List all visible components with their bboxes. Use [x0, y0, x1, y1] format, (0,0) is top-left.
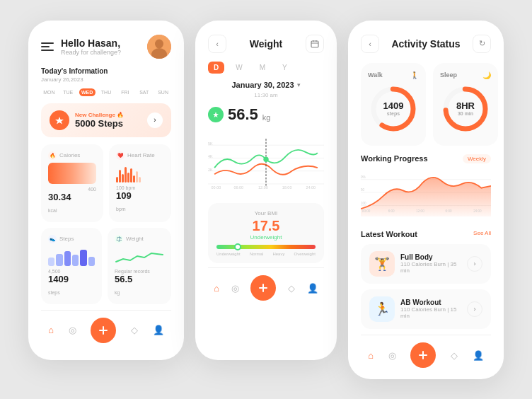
nav3-add-button[interactable]	[410, 342, 436, 368]
location-icon-2: ◇	[288, 283, 295, 294]
avatar[interactable]	[147, 35, 171, 59]
refresh-button[interactable]: ↻	[473, 35, 491, 53]
calories-max: 400	[48, 187, 96, 192]
workout-item-fullbody: 🏋️ Full Body 110 Calories Burn | 35 min …	[361, 244, 491, 284]
back-button[interactable]: ‹	[208, 35, 226, 53]
weight-icon: ⚖️	[115, 235, 123, 243]
back-button-3[interactable]: ‹	[361, 35, 379, 53]
svg-text:12:00: 12:00	[416, 209, 424, 212]
heartrate-note: 100 bpm	[116, 185, 164, 190]
activity-icon-2: ◎	[231, 283, 239, 294]
working-progress-section: Working Progress Weekly 00:00 6:00 12:00	[361, 154, 491, 221]
day-tue[interactable]: TUE	[60, 88, 76, 96]
steps-value: 1409	[48, 274, 95, 284]
tab-year[interactable]: Y	[277, 62, 293, 74]
steps-unit: steps	[48, 290, 60, 295]
day-fri[interactable]: FRI	[117, 88, 133, 96]
challenge-label: New Challenge 🔥	[75, 112, 124, 118]
ab-arrow[interactable]: ›	[467, 301, 482, 317]
card2-title: Weight	[250, 38, 282, 50]
nav2-add-button[interactable]	[250, 275, 276, 301]
heartrate-box: ❤️ Heart Rate 100 bpm 109 bpm	[109, 144, 171, 222]
ab-icon: 🏃	[369, 296, 395, 322]
nav-add-button[interactable]	[91, 318, 116, 343]
challenge-icon	[50, 110, 69, 130]
day-thu[interactable]: THU	[98, 88, 115, 96]
see-all-button[interactable]: See All	[473, 230, 491, 238]
latest-title: Latest Workout	[361, 230, 417, 238]
day-sat[interactable]: SAT	[136, 88, 152, 96]
card-weight: ‹ Weight D W M Y January 30, 2023 ▾ 11:3…	[195, 21, 337, 360]
heartrate-icon: ❤️	[116, 151, 125, 160]
bmi-box: Your BMI 17.5 Underweight Underweight No…	[208, 203, 324, 263]
nav2-activity[interactable]: ◎	[231, 282, 239, 294]
day-sun[interactable]: SUN	[155, 88, 171, 96]
metrics-row: Walk 🚶 1409 steps Sleep	[361, 63, 491, 146]
svg-text:18:00: 18:00	[282, 185, 292, 190]
challenge-arrow[interactable]: ›	[147, 112, 163, 128]
nav-profile[interactable]: 👤	[153, 325, 164, 335]
greeting-block: Hello Hasan, Ready for challenge?	[61, 37, 147, 56]
svg-text:06:00: 06:00	[233, 185, 243, 190]
nav2-home[interactable]: ⌂	[214, 282, 219, 294]
bottom-nav: ⌂ ◎ ◇ 👤	[41, 310, 171, 343]
nav3-profile[interactable]: 👤	[473, 349, 484, 362]
tab-month[interactable]: M	[254, 62, 271, 74]
walk-icon: 🚶	[410, 71, 419, 79]
tab-day[interactable]: D	[208, 62, 224, 74]
nav3-activity[interactable]: ◎	[388, 349, 396, 362]
svg-text:0%: 0%	[361, 175, 366, 178]
weight-number: 56.5	[228, 105, 258, 124]
weight-chart: 00:00 06:00 12:00 18:00 24:00 5K 4K 2K	[208, 129, 324, 193]
steps-chart	[48, 246, 95, 266]
nav2-location[interactable]: ◇	[288, 282, 295, 294]
period-tabs: D W M Y	[208, 62, 324, 74]
card2-header: ‹ Weight	[208, 35, 324, 53]
svg-text:6:00: 6:00	[388, 209, 395, 212]
tab-week[interactable]: W	[230, 62, 248, 74]
svg-text:00:00: 00:00	[212, 185, 221, 190]
sleep-icon: 🌙	[482, 71, 491, 79]
location-icon-3: ◇	[451, 350, 458, 361]
nav3-home[interactable]: ⌂	[368, 349, 374, 362]
calendar-button[interactable]	[306, 35, 324, 53]
svg-text:00:00: 00:00	[362, 209, 371, 212]
day-mon[interactable]: MON	[41, 88, 57, 96]
challenge-box: New Challenge 🔥 5000 Steps ›	[41, 103, 171, 137]
date-dropdown-icon: ▾	[297, 81, 301, 88]
bmi-overweight: Overweight	[294, 252, 316, 256]
day-wed[interactable]: WED	[79, 88, 96, 96]
location-icon: ◇	[131, 325, 138, 335]
heartrate-value: 109	[116, 190, 164, 201]
heartrate-title: ❤️ Heart Rate	[116, 151, 164, 160]
sleep-metric: Sleep 🌙 8HR 30 min	[433, 63, 498, 146]
svg-text:24:00: 24:00	[473, 209, 482, 212]
home-icon-3: ⌂	[368, 350, 374, 361]
fullbody-cals: 110 Calories Burn | 35 min	[400, 261, 461, 274]
nav-location[interactable]: ◇	[131, 325, 138, 335]
walk-value: 1409 steps	[383, 101, 404, 117]
nav3-location[interactable]: ◇	[451, 349, 458, 362]
nav-activity[interactable]: ◎	[69, 325, 76, 335]
calories-box: 🔥 Calories 400 30.34 kcal	[41, 144, 103, 222]
weight-box: ⚖️ Weight Regular records 56.5 kg	[108, 228, 171, 304]
profile-icon: 👤	[153, 325, 164, 335]
fullbody-name: Full Body	[400, 253, 461, 261]
stats-grid-2: 👟 Steps 4,500 1409 steps ⚖️ W	[41, 228, 171, 304]
calories-title: 🔥 Calories	[48, 151, 96, 160]
wp-filter[interactable]: Weekly	[463, 154, 491, 163]
weight-display: 56.5 kg	[208, 105, 324, 124]
steps-box: 👟 Steps 4,500 1409 steps	[41, 228, 102, 304]
nav-home[interactable]: ⌂	[48, 325, 54, 335]
nav2-profile[interactable]: 👤	[307, 282, 318, 294]
bmi-normal: Normal	[250, 252, 263, 256]
fullbody-arrow[interactable]: ›	[467, 256, 482, 272]
fullbody-info: Full Body 110 Calories Burn | 35 min	[400, 253, 461, 274]
home-icon: ⌂	[48, 325, 54, 335]
svg-text:2K: 2K	[208, 167, 213, 171]
bmi-range-labels: Underweight Normal Heavy Overweight	[216, 252, 316, 256]
menu-icon[interactable]	[41, 42, 54, 51]
svg-text:4K: 4K	[208, 154, 213, 158]
activity-icon: ◎	[69, 325, 76, 335]
card-activity: ‹ Activity Status ↻ Walk 🚶 1409 steps	[348, 21, 504, 379]
